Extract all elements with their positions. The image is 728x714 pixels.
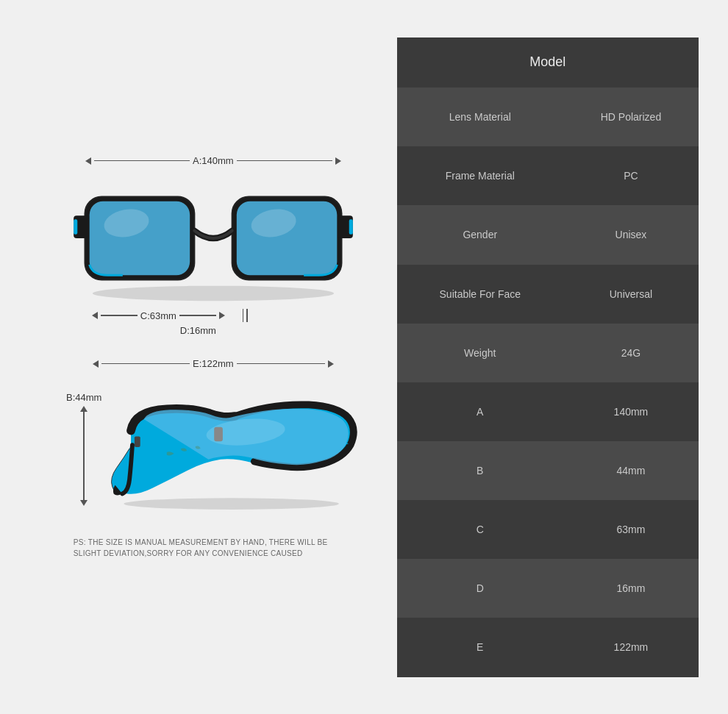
- table-row: E122mm: [397, 618, 699, 676]
- svg-rect-13: [214, 427, 223, 442]
- c-dim-row: C:63mm: [92, 309, 248, 322]
- right-panel: Model Lens MaterialHD PolarizedFrame Mat…: [397, 38, 699, 677]
- svg-rect-14: [135, 436, 140, 447]
- dim-a-label: A:140mm: [193, 155, 234, 166]
- svg-point-11: [124, 498, 339, 510]
- bottom-dims: C:63mm D:16mm: [70, 309, 357, 336]
- dim-c-label: C:63mm: [140, 310, 176, 321]
- svg-point-0: [93, 286, 334, 301]
- table-row: A140mm: [397, 382, 699, 441]
- spec-value-5: 140mm: [563, 382, 699, 441]
- arrow-up-b: [80, 406, 88, 412]
- table-row: Weight24G: [397, 324, 699, 382]
- v-line-b-bottom: [83, 456, 85, 500]
- spec-label-3: Suitable For Face: [397, 265, 563, 324]
- table-row: GenderUnisex: [397, 205, 699, 264]
- arrow-down-b: [80, 500, 88, 506]
- side-glasses-section: E:122mm B:44mm: [51, 358, 375, 522]
- table-row: B44mm: [397, 441, 699, 500]
- left-panel: A:140mm: [29, 22, 397, 692]
- dim-a-line: A:140mm: [85, 155, 341, 166]
- spec-label-8: D: [397, 559, 563, 618]
- spec-value-9: 122mm: [563, 618, 699, 676]
- table-row: Lens MaterialHD Polarized: [397, 88, 699, 146]
- spec-value-2: Unisex: [563, 205, 699, 264]
- glasses-front-svg: [70, 172, 357, 304]
- h-line-c-right: [179, 315, 216, 316]
- spec-label-9: E: [397, 618, 563, 676]
- spec-label-1: Frame Material: [397, 146, 563, 205]
- table-header-cell: Model: [397, 38, 699, 88]
- dim-b-label: B:44mm: [66, 392, 101, 403]
- spec-value-7: 63mm: [563, 500, 699, 559]
- table-header-row: Model: [397, 38, 699, 88]
- arrow-right-e: [328, 360, 334, 368]
- h-line-a-right: [237, 160, 332, 162]
- dimension-e-row: E:122mm: [66, 358, 360, 369]
- h-line-e-right: [237, 363, 325, 365]
- spec-table: Model Lens MaterialHD PolarizedFrame Mat…: [397, 38, 699, 677]
- arrow-left-c: [92, 312, 98, 319]
- table-row: C63mm: [397, 500, 699, 559]
- b-dim-area: B:44mm: [66, 382, 102, 515]
- spec-label-4: Weight: [397, 324, 563, 382]
- dimension-a-row: A:140mm: [74, 155, 353, 166]
- spec-label-6: B: [397, 441, 563, 500]
- h-line-c-left: [101, 315, 138, 316]
- glasses-front-wrapper: [70, 172, 357, 304]
- dim-d-label: D:16mm: [180, 325, 216, 336]
- table-row: Frame MaterialPC: [397, 146, 699, 205]
- arrow-left-a: [85, 157, 91, 165]
- svg-rect-10: [349, 219, 353, 235]
- main-container: A:140mm: [0, 0, 728, 714]
- spec-value-4: 24G: [563, 324, 699, 382]
- h-line-a-left: [94, 160, 190, 162]
- top-glasses-section: A:140mm: [51, 155, 375, 336]
- spec-value-0: HD Polarized: [563, 88, 699, 146]
- spec-label-5: A: [397, 382, 563, 441]
- arrow-right-a: [335, 157, 341, 165]
- spec-value-8: 16mm: [563, 559, 699, 618]
- spec-value-6: 44mm: [563, 441, 699, 500]
- glasses-side-svg: [102, 386, 360, 511]
- side-view-wrapper: B:44mm: [66, 375, 360, 522]
- note-text: PS: THE SIZE IS MANUAL MEASUREMENT BY HA…: [74, 537, 353, 559]
- spec-value-1: PC: [563, 146, 699, 205]
- h-line-e-left: [101, 363, 190, 365]
- arrow-right-c: [219, 312, 225, 319]
- svg-rect-8: [74, 219, 77, 235]
- spec-label-0: Lens Material: [397, 88, 563, 146]
- spec-label-7: C: [397, 500, 563, 559]
- v-line-b-top: [83, 412, 85, 456]
- spec-value-3: Universal: [563, 265, 699, 324]
- spec-label-2: Gender: [397, 205, 563, 264]
- dim-e-label: E:122mm: [193, 358, 234, 369]
- table-row: Suitable For FaceUniversal: [397, 265, 699, 324]
- table-row: D16mm: [397, 559, 699, 618]
- arrow-left-e: [93, 360, 99, 368]
- dim-e-line: E:122mm: [93, 358, 334, 369]
